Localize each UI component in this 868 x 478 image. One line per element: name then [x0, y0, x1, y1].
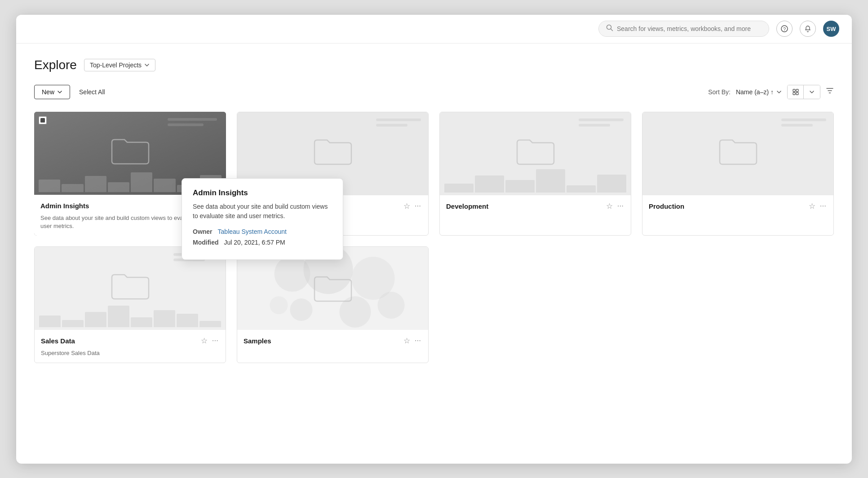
card-title-admin-insights: Admin Insights	[40, 202, 89, 210]
popup-modified-row: Modified Jul 20, 2021, 6:57 PM	[193, 239, 332, 246]
popup-title: Admin Insights	[193, 189, 332, 197]
page-header: Explore Top-Level Projects	[34, 58, 834, 72]
folder-icon	[313, 135, 353, 166]
more-options-button-production[interactable]: ···	[819, 201, 827, 211]
admin-insights-popup: Admin Insights See data about your site …	[182, 178, 343, 260]
select-all-button[interactable]: Select All	[79, 88, 105, 96]
toolbar-right: Sort By: Name (a–z) ↑	[708, 85, 834, 99]
folder-icon	[313, 272, 353, 303]
new-button[interactable]: New	[34, 85, 70, 99]
search-bar[interactable]	[598, 21, 769, 37]
popup-owner-link[interactable]: Tableau System Account	[218, 228, 287, 235]
notifications-button[interactable]	[800, 21, 816, 37]
svg-text:?: ?	[783, 26, 786, 32]
svg-point-12	[378, 292, 405, 319]
help-icon: ?	[781, 25, 788, 32]
search-icon	[606, 24, 613, 33]
card-title-production: Production	[649, 202, 684, 210]
chevron-down-icon-sort	[776, 89, 782, 95]
card-desc-sales-data: Superstore Sales Data	[41, 349, 219, 357]
toolbar: New Select All Sort By: Name (a–z) ↑	[34, 85, 834, 99]
breadcrumb-label: Top-Level Projects	[90, 61, 142, 69]
popup-description: See data about your site and build custo…	[193, 202, 332, 221]
page-title: Explore	[34, 58, 77, 72]
svg-point-13	[290, 298, 313, 321]
help-button[interactable]: ?	[776, 21, 793, 37]
more-options-button-samples[interactable]: ···	[414, 335, 422, 346]
popup-owner-row: Owner Tableau System Account	[193, 228, 332, 235]
chevron-down-icon-new	[57, 89, 62, 95]
checkbox-checked-icon	[40, 118, 45, 123]
favorite-button-production[interactable]: ☆	[808, 201, 816, 212]
svg-line-1	[611, 29, 613, 31]
favorite-button-samples[interactable]: ☆	[403, 335, 411, 346]
favorite-button-development[interactable]: ☆	[605, 201, 614, 212]
search-input[interactable]	[617, 25, 762, 32]
projects-grid: Admin Insights ☆ ··· See data about your…	[34, 112, 834, 364]
view-toggle	[787, 85, 820, 99]
svg-rect-6	[793, 92, 795, 95]
sort-label: Sort By:	[708, 88, 731, 96]
app-window: ? SW Explore Top-Level Projects Ne	[16, 15, 852, 464]
card-samples[interactable]: Samples ☆ ···	[237, 246, 429, 363]
card-title-development: Development	[446, 202, 488, 210]
main-content: Explore Top-Level Projects New Select Al…	[16, 44, 852, 464]
svg-rect-5	[796, 89, 798, 92]
popup-modified-value: Jul 20, 2021, 6:57 PM	[224, 239, 285, 246]
grid-icon	[793, 89, 799, 95]
grid-view-button[interactable]	[788, 85, 804, 99]
folder-icon	[110, 269, 151, 301]
popup-modified-label: Modified	[193, 239, 219, 246]
more-options-button-default[interactable]: ···	[414, 201, 422, 211]
folder-icon	[110, 134, 151, 166]
avatar[interactable]: SW	[823, 21, 839, 37]
filter-icon	[826, 87, 834, 95]
svg-rect-7	[796, 92, 798, 95]
card-checkbox[interactable]	[39, 116, 47, 124]
svg-point-14	[270, 296, 288, 314]
card-title-sales-data: Sales Data	[41, 337, 75, 345]
more-options-button-development[interactable]: ···	[616, 201, 624, 211]
card-title-samples: Samples	[244, 337, 271, 345]
list-view-button[interactable]	[804, 85, 820, 99]
chevron-down-icon	[144, 62, 150, 68]
card-development[interactable]: Development ☆ ···	[439, 112, 631, 236]
more-options-button-sales-data[interactable]: ···	[211, 335, 219, 346]
popup-owner-label: Owner	[193, 228, 213, 235]
folder-icon	[718, 135, 758, 166]
bell-icon	[804, 25, 811, 32]
chevron-down-icon-view	[809, 89, 815, 95]
filter-button[interactable]	[826, 87, 834, 97]
sort-select[interactable]: Name (a–z) ↑	[736, 88, 782, 96]
favorite-button-default[interactable]: ☆	[403, 201, 411, 212]
card-production[interactable]: Production ☆ ···	[642, 112, 834, 236]
folder-icon	[515, 135, 556, 166]
breadcrumb-dropdown[interactable]: Top-Level Projects	[84, 59, 155, 71]
header: ? SW	[16, 15, 852, 44]
svg-rect-8	[40, 118, 45, 123]
favorite-button-sales-data[interactable]: ☆	[200, 335, 208, 346]
svg-rect-4	[793, 89, 795, 92]
card-sales-data[interactable]: Sales Data ☆ ··· Superstore Sales Data	[34, 246, 226, 363]
